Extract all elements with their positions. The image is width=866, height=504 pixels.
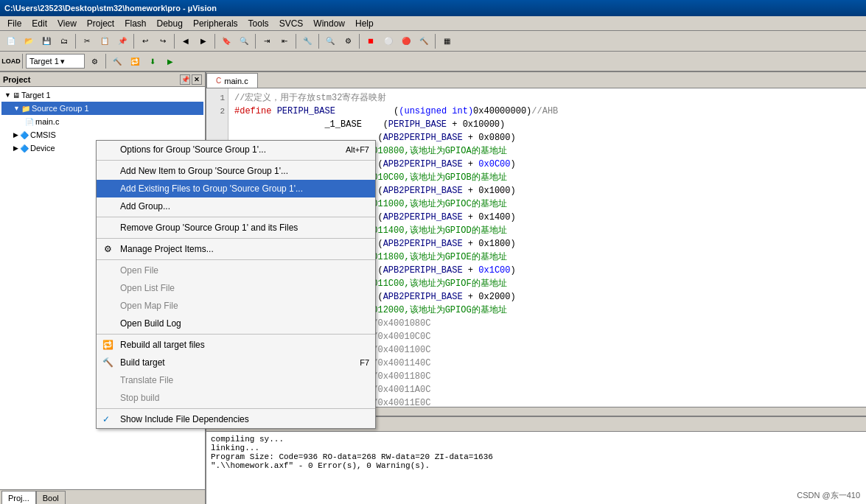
build-line-4: ".\\homework.axf" - 0 Error(s), 0 Warnin…	[211, 461, 862, 470]
download-btn[interactable]: ⬇	[144, 53, 161, 69]
ctx-show-include[interactable]: ✓ Show Include File Dependencies	[97, 410, 375, 428]
title-bar: C:\Users\23523\Desktop\stm32\homework\pr…	[0, 0, 866, 16]
build-line-2: linking...	[211, 444, 862, 452]
bookmark-btn[interactable]: 🔖	[218, 33, 234, 49]
panel-pin-btn[interactable]: 📌	[180, 74, 190, 85]
tree-icon-target1: 🖥	[13, 91, 20, 99]
outdent-btn[interactable]: ⇤	[276, 33, 293, 49]
menu-item-edit[interactable]: Edit	[27, 17, 52, 30]
menu-item-file[interactable]: File	[3, 17, 26, 30]
build-output-content[interactable]: compiling sy... linking... Program Size:…	[206, 432, 866, 504]
ctx-sep5	[97, 334, 375, 335]
tab-bool[interactable]: Bool	[36, 491, 66, 504]
tree-label-cmsis: CMSIS	[30, 130, 56, 139]
ctx-options-group[interactable]: Options for Group 'Source Group 1'... Al…	[97, 141, 375, 158]
record-btn[interactable]: ⚪	[380, 33, 397, 49]
ctx-add-group[interactable]: Add Group...	[97, 197, 375, 215]
grid-btn[interactable]: ▦	[439, 33, 455, 49]
misc-btn[interactable]: 🔴	[398, 33, 414, 49]
menu-item-project[interactable]: Project	[83, 17, 119, 30]
ctx-icon-manage: ⚙	[101, 242, 114, 256]
editor-tab-mainc[interactable]: C main.c	[206, 73, 258, 88]
menu-item-debug[interactable]: Debug	[153, 17, 187, 30]
panel-header-btns: 📌 ✕	[180, 74, 202, 85]
ctx-add-new-item[interactable]: Add New Item to Group 'Source Group 1'..…	[97, 162, 375, 180]
find-btn[interactable]: 🔍	[236, 33, 252, 49]
menu-item-peripherals[interactable]: Peripherals	[189, 17, 242, 30]
ctx-sep1	[97, 160, 375, 161]
tools-btn[interactable]: 🔨	[416, 33, 432, 49]
stop-btn[interactable]: ⏹	[363, 33, 379, 49]
tree-expand-target1[interactable]: ▼	[4, 91, 11, 99]
target-dropdown[interactable]: Target 1 ▾	[26, 54, 85, 69]
sep3	[174, 34, 175, 49]
ctx-translate-file: Translate File	[97, 371, 375, 389]
menu-item-svcs[interactable]: SVCS	[275, 17, 308, 30]
save-all-btn[interactable]: 🗂	[56, 33, 72, 49]
tree-expand-sg1[interactable]: ▼	[13, 105, 20, 112]
cut-btn[interactable]: ✂	[79, 33, 95, 49]
sep9	[435, 34, 436, 49]
ctx-add-existing[interactable]: Add Existing Files to Group 'Source Grou…	[97, 180, 375, 197]
ctx-icon-rebuild: 🔁	[101, 338, 114, 351]
target-options-btn[interactable]: ⚙	[86, 53, 102, 69]
back-btn[interactable]: ◀	[178, 33, 194, 49]
bottom-tabs: Proj... Bool	[0, 489, 205, 504]
ctx-build-target[interactable]: 🔨 Build target F7	[97, 354, 375, 371]
tab-bar: C main.c	[206, 72, 866, 88]
undo-btn[interactable]: ↩	[137, 33, 153, 49]
build-line-1: compiling sy...	[211, 435, 862, 444]
search2-btn[interactable]: 🔍	[322, 33, 338, 49]
tab-proj[interactable]: Proj...	[1, 491, 36, 504]
tree-icon-device: 🔷	[20, 144, 29, 153]
paste-btn[interactable]: 📌	[114, 33, 130, 49]
fwd-btn[interactable]: ▶	[195, 33, 212, 49]
watermark-text: CSDN @东一410	[797, 491, 860, 500]
menu-item-tools[interactable]: Tools	[244, 17, 273, 30]
ctx-open-list: Open List File	[97, 279, 375, 297]
tree-sourcegroup1[interactable]: ▼ 📁 Source Group 1	[1, 102, 203, 115]
new-btn[interactable]: 📄	[3, 33, 19, 49]
debug-start-btn[interactable]: ▶	[162, 53, 178, 69]
tree-target1[interactable]: ▼ 🖥 Target 1	[1, 88, 203, 102]
ctx-rebuild-all[interactable]: 🔁 Rebuild all target files	[97, 336, 375, 354]
debug-view-btn[interactable]: 🔧	[299, 33, 315, 49]
redo-btn[interactable]: ↪	[155, 33, 171, 49]
ctx-remove-group[interactable]: Remove Group 'Source Group 1' and its Fi…	[97, 219, 375, 237]
save-btn[interactable]: 💾	[38, 33, 55, 49]
sep7	[318, 34, 319, 49]
watermark: CSDN @东一410	[797, 490, 860, 501]
tree-expand-cmsis[interactable]: ▶	[13, 131, 18, 139]
menu-item-flash[interactable]: Flash	[120, 17, 150, 30]
sep6	[296, 34, 296, 49]
sep10	[22, 54, 23, 69]
build-line-3: Program Size: Code=936 RO-data=268 RW-da…	[211, 452, 862, 461]
menu-item-help[interactable]: Help	[351, 17, 378, 30]
sep11	[105, 54, 106, 69]
tree-mainc[interactable]: 📄 main.c	[1, 115, 203, 128]
tree-icon-cmsis: 🔷	[20, 131, 29, 139]
build-btn[interactable]: 🔨	[109, 53, 125, 69]
ctx-open-build-log[interactable]: Open Build Log	[97, 315, 375, 332]
tab-icon-c: C	[216, 77, 221, 85]
ctx-shortcut-build: F7	[360, 358, 369, 367]
ctx-sep6	[97, 408, 375, 409]
config-btn[interactable]: ⚙	[340, 33, 356, 49]
panel-header: Project 📌 ✕	[0, 72, 205, 87]
ctx-manage-items[interactable]: ⚙ Manage Project Items...	[97, 240, 375, 258]
tree-expand-device[interactable]: ▶	[13, 144, 18, 152]
panel-close-btn[interactable]: ✕	[192, 74, 202, 85]
context-menu: Options for Group 'Source Group 1'... Al…	[96, 140, 376, 429]
copy-btn[interactable]: 📋	[97, 33, 113, 49]
toolbar-1: 📄 📂 💾 🗂 ✂ 📋 📌 ↩ ↪ ◀ ▶ 🔖 🔍 ⇥ ⇤ 🔧 🔍 ⚙ ⏹ ⚪ …	[0, 31, 866, 52]
load-btn[interactable]: LOAD	[3, 53, 19, 69]
menu-item-view[interactable]: View	[53, 17, 81, 30]
open-btn[interactable]: 📂	[21, 33, 37, 49]
target-dropdown-arrow[interactable]: ▾	[60, 57, 65, 66]
menu-item-window[interactable]: Window	[309, 17, 349, 30]
tree-icon-mainc: 📄	[25, 118, 34, 126]
sep1	[75, 34, 76, 49]
indent-btn[interactable]: ⇥	[259, 33, 275, 49]
sep5	[255, 34, 256, 49]
rebuild-btn[interactable]: 🔁	[127, 53, 143, 69]
